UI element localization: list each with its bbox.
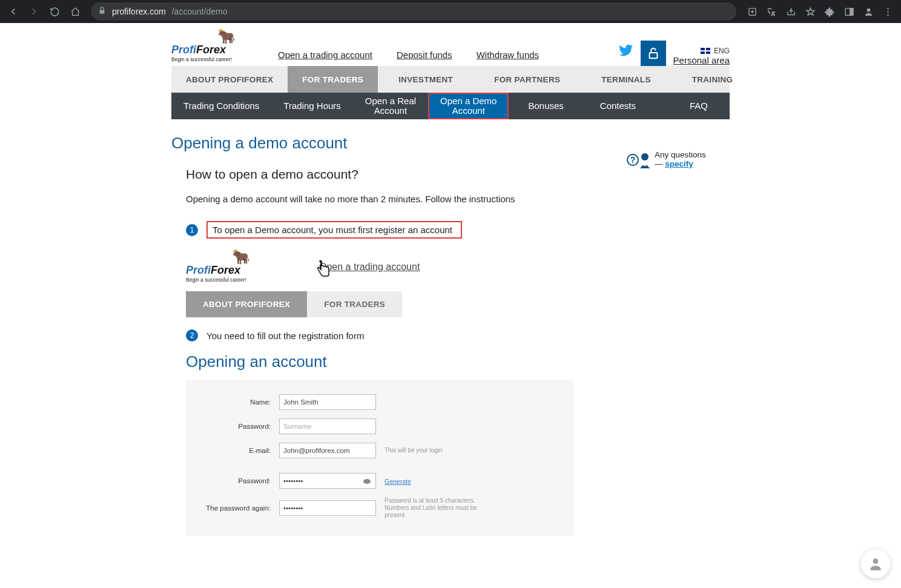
- browser-toolbar: profiforex.com/account/demo: [0, 0, 901, 23]
- step-1-text: To open a Demo account, you must first r…: [206, 221, 462, 239]
- svg-point-7: [887, 14, 888, 15]
- form-password-input: ••••••••: [279, 473, 376, 489]
- questions-widget: ? Any questions — specify: [627, 150, 730, 168]
- step-1-row: 1 To open a Demo account, you must first…: [186, 221, 730, 239]
- form-email-label: E-mail:: [204, 447, 271, 454]
- step-2-row: 2 You need to fill out the registration …: [186, 329, 730, 342]
- cursor-hand-icon: [315, 260, 331, 281]
- svg-point-6: [887, 11, 888, 12]
- forward-button[interactable]: [25, 3, 42, 20]
- language-label: ENG: [714, 47, 730, 55]
- form-password2-input: ••••••••: [279, 500, 376, 516]
- install-app-icon[interactable]: [744, 3, 761, 20]
- form-surname-input: Surname: [279, 418, 376, 434]
- extensions-icon[interactable]: [821, 3, 838, 20]
- form-generate-link: Generate: [384, 478, 411, 485]
- tab-for-partners[interactable]: FOR PARTNERS: [474, 66, 581, 93]
- logo-text-a: Profi: [171, 44, 196, 56]
- tab-terminals[interactable]: TERMINALS: [581, 66, 671, 93]
- link-deposit[interactable]: Deposit funds: [397, 50, 452, 60]
- side-panel-icon[interactable]: [840, 3, 857, 20]
- twitter-icon[interactable]: [619, 43, 641, 66]
- subnav-open-demo[interactable]: Open a Demo Account: [428, 93, 509, 119]
- logo-tagline: Begin a successful career!: [171, 56, 268, 62]
- form-password-hint: Password is at least 5 characters. Numbe…: [384, 497, 493, 519]
- logo[interactable]: 🐂 ProfiForex Begin a successful career!: [171, 27, 268, 66]
- svg-point-5: [887, 8, 888, 9]
- site-header: 🐂 ProfiForex Begin a successful career! …: [171, 23, 730, 66]
- svg-text:?: ?: [630, 155, 636, 165]
- form-name-input: John Smith: [279, 394, 376, 410]
- subnav-open-real[interactable]: Open a Real Account: [353, 93, 428, 119]
- chat-avatar-button[interactable]: [861, 549, 890, 578]
- illustration-tabs: ABOUT PROFIFOREX FOR TRADERS: [186, 291, 730, 317]
- tab-training[interactable]: TRAINING: [672, 66, 754, 93]
- form-email-input: John@profiforex.com: [279, 443, 376, 458]
- back-button[interactable]: [5, 3, 22, 20]
- address-bar[interactable]: profiforex.com/account/demo: [91, 2, 736, 21]
- illustration-tab-traders: FOR TRADERS: [307, 291, 402, 317]
- header-links: Open a trading account Deposit funds Wit…: [278, 50, 539, 66]
- page-viewport[interactable]: 🐂 ProfiForex Begin a successful career! …: [0, 23, 901, 588]
- url-path: /account/demo: [172, 7, 228, 16]
- illustration-open-link: Open a trading account: [319, 262, 420, 272]
- kebab-menu-icon[interactable]: [879, 3, 896, 20]
- illustration-logo: 🐂 ProfiForex Begin a successful career!: [186, 247, 283, 286]
- lock-badge-icon[interactable]: [641, 41, 666, 66]
- form-surname-label: Password:: [204, 423, 271, 430]
- step-2-badge: 2: [186, 329, 198, 342]
- lock-icon: [98, 7, 106, 16]
- bookmark-star-icon[interactable]: [802, 3, 819, 20]
- language-selector[interactable]: ENG: [673, 47, 730, 55]
- subnav-faq[interactable]: FAQ: [668, 93, 730, 119]
- tab-about[interactable]: ABOUT PROFIFOREX: [171, 66, 288, 93]
- link-personal-area[interactable]: Personal area: [673, 55, 730, 65]
- form-email-hint: This will be your login: [384, 447, 493, 454]
- logo-text-b: Forex: [196, 44, 226, 56]
- url-host: profiforex.com: [112, 7, 166, 16]
- questions-icon: ?: [627, 150, 651, 168]
- reload-button[interactable]: [46, 3, 63, 20]
- bull-icon: 🐂: [217, 28, 236, 45]
- registration-form-illustration: Name: John Smith Password: Surname E-mai…: [186, 380, 573, 536]
- svg-rect-12: [644, 161, 646, 166]
- questions-line1: Any questions: [655, 150, 706, 159]
- subnav-hours[interactable]: Trading Hours: [271, 93, 352, 119]
- link-withdraw[interactable]: Withdraw funds: [477, 50, 539, 60]
- form-password2-label: The password again:: [204, 504, 271, 512]
- illustration-header: 🐂 ProfiForex Begin a successful career! …: [186, 247, 730, 317]
- subnav-conditions[interactable]: Trading Conditions: [171, 93, 271, 119]
- svg-point-4: [866, 8, 870, 12]
- page-lead: Opening a demo account will take no more…: [186, 194, 730, 204]
- step-1-badge: 1: [186, 224, 198, 236]
- link-open-trading[interactable]: Open a trading account: [278, 50, 372, 60]
- svg-rect-3: [850, 8, 853, 15]
- subnav-contests[interactable]: Contests: [583, 93, 653, 119]
- tab-investment[interactable]: INVESTMENT: [378, 66, 474, 93]
- form-password-label: Password:: [204, 477, 271, 484]
- illustration-tab-about: ABOUT PROFIFOREX: [186, 291, 307, 317]
- svg-point-13: [873, 558, 879, 564]
- share-icon[interactable]: [782, 3, 799, 20]
- svg-rect-8: [649, 53, 657, 58]
- sub-nav: Trading Conditions Trading Hours Open a …: [171, 93, 730, 119]
- subnav-bonuses[interactable]: Bonuses: [509, 93, 583, 119]
- questions-specify-link[interactable]: specify: [665, 159, 693, 168]
- tab-for-traders[interactable]: FOR TRADERS: [288, 66, 378, 93]
- svg-point-11: [641, 153, 649, 160]
- home-button[interactable]: [67, 3, 84, 20]
- form-name-label: Name:: [204, 398, 271, 406]
- bull-icon: 🐂: [232, 248, 250, 265]
- translate-icon[interactable]: [763, 3, 780, 20]
- step-2-text: You need to fill out the registration fo…: [206, 331, 364, 341]
- uk-flag-icon: [701, 48, 710, 54]
- main-nav: ABOUT PROFIFOREX FOR TRADERS INVESTMENT …: [171, 66, 730, 93]
- opening-account-heading: Opening an account: [186, 352, 730, 371]
- profile-icon[interactable]: [860, 3, 877, 20]
